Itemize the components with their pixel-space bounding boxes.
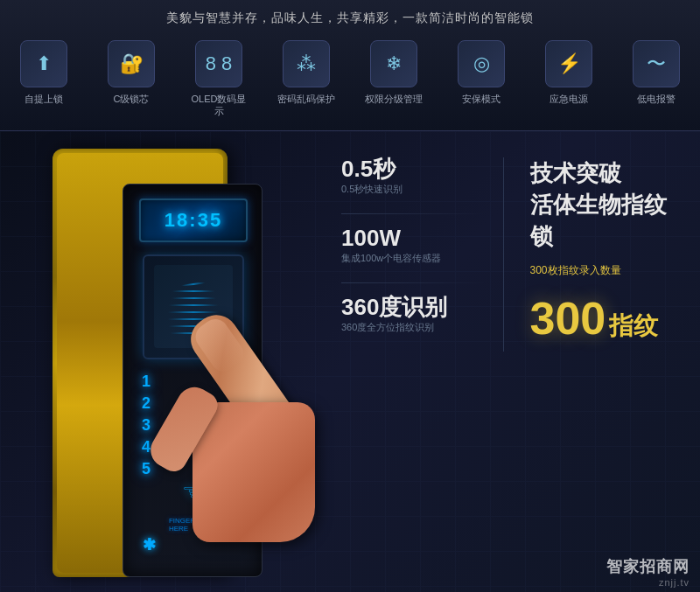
hand-overlay bbox=[96, 289, 341, 551]
feature-title-line2: 活体生物指纹锁 bbox=[530, 192, 667, 249]
icon-item-lock-core: 🔐C级锁芯 bbox=[100, 40, 163, 105]
icon-box-emergency: ⚡ bbox=[545, 40, 592, 87]
features-icons-row: ⬆自提上锁🔐C级锁芯8 8OLED数码显示⁂密码乱码保护❄权限分级管理◎安保模式… bbox=[0, 40, 700, 118]
icon-box-security: ◎ bbox=[458, 40, 505, 87]
hand-shape bbox=[105, 289, 332, 542]
lock-area: 18:35 bbox=[0, 131, 324, 592]
spec-speed-value: 0.5秒 bbox=[341, 157, 486, 180]
fingerprint-count-label: 300枚指纹录入数量 bbox=[530, 263, 675, 278]
palm bbox=[192, 402, 315, 542]
spec-360-value: 360度识别 bbox=[341, 296, 486, 318]
icon-box-permission: ❄ bbox=[370, 40, 417, 87]
icon-label-password: 密码乱码保护 bbox=[277, 93, 335, 105]
feature-title: 技术突破 活体生物指纹锁 bbox=[530, 157, 675, 253]
icon-item-auto-lock: ⬆自提上锁 bbox=[12, 40, 75, 105]
big-number: 300 bbox=[530, 296, 606, 341]
icon-item-emergency: ⚡应急电源 bbox=[537, 40, 600, 105]
icon-item-security: ◎安保模式 bbox=[450, 40, 513, 105]
icon-item-password: ⁂密码乱码保护 bbox=[275, 40, 338, 105]
icon-box-password: ⁂ bbox=[283, 40, 330, 87]
icon-item-oled: 8 8OLED数码显示 bbox=[187, 40, 250, 118]
divider-2 bbox=[341, 282, 486, 283]
tagline: 美貌与智慧并存，品味人生，共享精彩，一款简洁时尚的智能锁 bbox=[0, 10, 700, 26]
icon-label-lock-core: C级锁芯 bbox=[114, 93, 150, 105]
spec-360-desc: 360度全方位指纹识别 bbox=[341, 321, 486, 334]
spec-sensor-desc: 集成100w个电容传感器 bbox=[341, 252, 486, 265]
icon-item-permission: ❄权限分级管理 bbox=[362, 40, 425, 105]
display-screen: 18:35 bbox=[139, 198, 248, 242]
icon-item-low-battery: 〜低电报警 bbox=[625, 40, 688, 105]
icon-box-lock-core: 🔐 bbox=[108, 40, 155, 87]
left-specs: 0.5秒 0.5秒快速识别 100W 集成100w个电容传感器 360度识别 3… bbox=[341, 157, 504, 352]
icon-label-permission: 权限分级管理 bbox=[365, 93, 423, 105]
spec-360: 360度识别 360度全方位指纹识别 bbox=[341, 296, 486, 334]
count-prefix-text: 枚指纹录入数量 bbox=[548, 264, 621, 276]
right-feature: 技术突破 活体生物指纹锁 300枚指纹录入数量 300 指纹 bbox=[522, 157, 675, 352]
icon-box-oled: 8 8 bbox=[195, 40, 242, 87]
divider-1 bbox=[341, 213, 486, 214]
big-label: 指纹 bbox=[609, 310, 658, 343]
icon-label-low-battery: 低电报警 bbox=[637, 93, 676, 105]
icon-label-oled: OLED数码显示 bbox=[187, 93, 250, 118]
spec-sensor-value: 100W bbox=[341, 226, 486, 249]
display-time: 18:35 bbox=[164, 209, 222, 232]
feature-title-line1: 技术突破 bbox=[530, 160, 621, 186]
main-area: 18:35 bbox=[0, 131, 700, 592]
spec-sensor: 100W 集成100w个电容传感器 bbox=[341, 226, 486, 265]
two-col-right: 0.5秒 0.5秒快速识别 100W 集成100w个电容传感器 360度识别 3… bbox=[341, 157, 674, 352]
icon-box-low-battery: 〜 bbox=[633, 40, 680, 87]
icon-label-auto-lock: 自提上锁 bbox=[24, 93, 63, 105]
big-count-row: 300 指纹 bbox=[530, 296, 675, 343]
icon-box-auto-lock: ⬆ bbox=[20, 40, 67, 87]
icon-label-security: 安保模式 bbox=[462, 93, 500, 105]
spec-speed: 0.5秒 0.5秒快速识别 bbox=[341, 157, 486, 196]
spec-speed-desc: 0.5秒快速识别 bbox=[341, 183, 486, 196]
count-prefix-number: 300 bbox=[530, 264, 548, 276]
top-banner: 美貌与智慧并存，品味人生，共享精彩，一款简洁时尚的智能锁 ⬆自提上锁🔐C级锁芯8… bbox=[0, 0, 700, 131]
right-content: 0.5秒 0.5秒快速识别 100W 集成100w个电容传感器 360度识别 3… bbox=[324, 131, 700, 592]
icon-label-emergency: 应急电源 bbox=[550, 93, 588, 105]
